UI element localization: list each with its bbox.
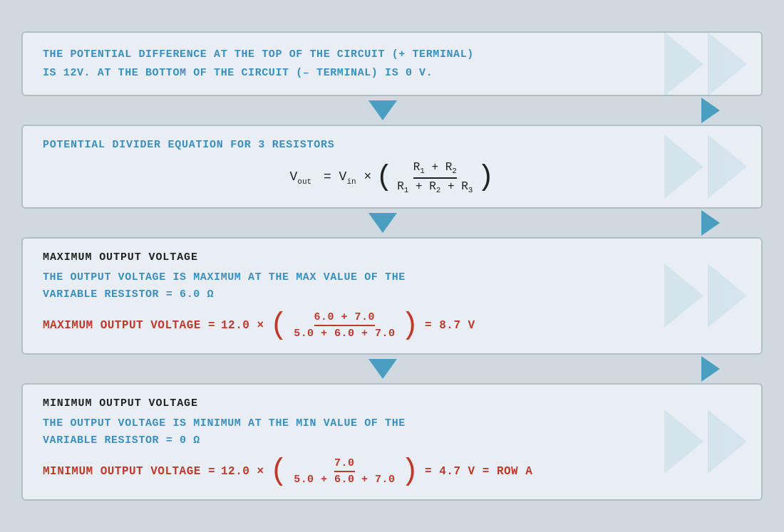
max-desc: THE OUTPUT VOLTAGE IS MAXIMUM AT THE MAX… [43, 269, 741, 303]
arrow-right-2 [701, 210, 720, 236]
min-desc: THE OUTPUT VOLTAGE IS MINIMUM AT THE MIN… [43, 415, 741, 449]
arrow-down-2 [368, 213, 397, 233]
eq-title: POTENTIAL DIVIDER EQUATION FOR 3 RESISTO… [43, 139, 741, 151]
card-max: MAXIMUM OUTPUT VOLTAGE THE OUTPUT VOLTAG… [21, 237, 763, 355]
arrow-right-1 [701, 98, 720, 123]
fraction-denominator: R1 + R2 + R3 [397, 179, 473, 194]
min-desc-line2: VARIABLE RESISTOR = 0 Ω [43, 434, 200, 447]
min-desc-line1: THE OUTPUT VOLTAGE IS MINIMUM AT THE MIN… [43, 417, 406, 429]
equation-formula: Vout = Vin × ( R1 + R2 R1 + R2 + R3 ) [43, 161, 741, 194]
card-intro: THE POTENTIAL DIFFERENCE AT THE TOP OF T… [21, 31, 763, 96]
min-right-paren: ) [401, 457, 419, 486]
left-paren: ( [376, 164, 393, 192]
arrow-down-3 [368, 359, 397, 379]
card-min: MINIMUM OUTPUT VOLTAGE THE OUTPUT VOLTAG… [21, 383, 763, 501]
min-fraction-numerator: 7.0 [334, 457, 354, 472]
max-desc-line1: THE OUTPUT VOLTAGE IS MAXIMUM AT THE MAX… [43, 271, 406, 283]
arrow-right-3 [701, 356, 720, 382]
max-desc-line2: VARIABLE RESISTOR = 6.0 Ω [43, 288, 214, 301]
arrow-row-1 [21, 98, 763, 123]
max-multiplier: 12.0 × [221, 319, 264, 332]
max-left-paren: ( [269, 311, 288, 340]
vout-label: Vout [290, 169, 312, 186]
right-paren: ) [477, 164, 494, 192]
max-fraction-denominator: 5.0 + 6.0 + 7.0 [294, 326, 395, 340]
max-formula: MAXIMUM OUTPUT VOLTAGE = 12.0 × ( 6.0 + … [43, 311, 741, 340]
arrow-down-1 [368, 100, 397, 120]
min-title: MINIMUM OUTPUT VOLTAGE [43, 397, 741, 410]
card-equation: POTENTIAL DIVIDER EQUATION FOR 3 RESISTO… [21, 125, 763, 208]
fraction: R1 + R2 R1 + R2 + R3 [397, 161, 473, 194]
max-right-paren: ) [401, 311, 419, 340]
max-title: MAXIMUM OUTPUT VOLTAGE [43, 251, 741, 264]
min-left-paren: ( [269, 457, 288, 486]
max-fraction: 6.0 + 7.0 5.0 + 6.0 + 7.0 [294, 311, 395, 340]
intro-line2: IS 12V. AT THE BOTTOM OF THE CIRCUIT (– … [43, 64, 741, 83]
min-formula: MINIMUM OUTPUT VOLTAGE = 12.0 × ( 7.0 5.… [43, 457, 741, 486]
arrow-row-3 [21, 356, 763, 382]
equals-vin: = Vin × [316, 169, 371, 186]
min-fraction: 7.0 5.0 + 6.0 + 7.0 [294, 457, 395, 486]
max-fraction-numerator: 6.0 + 7.0 [314, 311, 375, 326]
min-result: = 4.7 V = row A [425, 465, 532, 478]
min-fraction-denominator: 5.0 + 6.0 + 7.0 [294, 472, 395, 486]
intro-line1: THE POTENTIAL DIFFERENCE AT THE TOP OF T… [43, 46, 741, 64]
min-multiplier: 12.0 × [221, 465, 264, 478]
fraction-numerator: R1 + R2 [413, 161, 457, 178]
arrow-row-2 [21, 210, 763, 236]
max-result: = 8.7 V [425, 319, 475, 332]
max-formula-label: MAXIMUM OUTPUT VOLTAGE = [43, 319, 215, 332]
min-formula-label: MINIMUM OUTPUT VOLTAGE = [43, 465, 215, 478]
